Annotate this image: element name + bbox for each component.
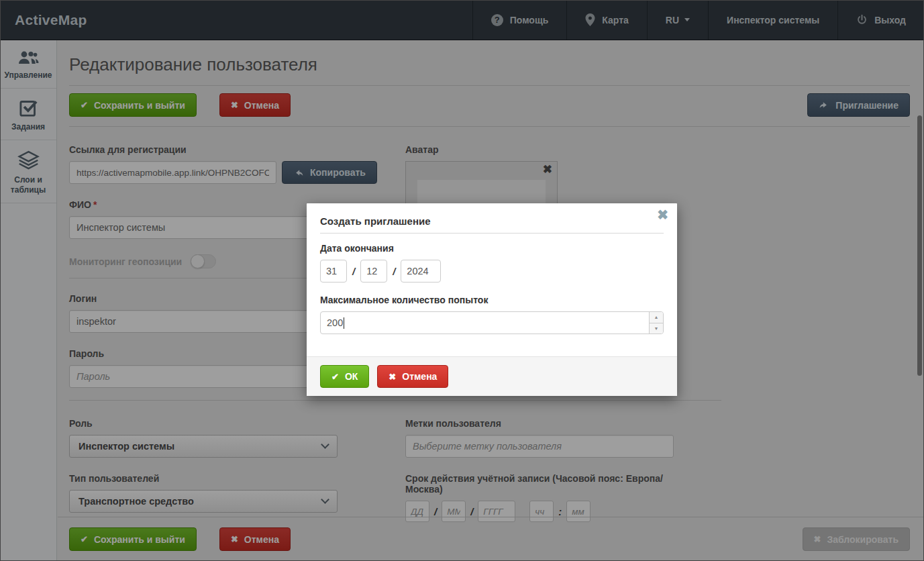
max-attempts-value: 200 (327, 317, 343, 328)
dialog-footer: ✔ ОК ✖ Отмена (307, 356, 677, 396)
text-caret (344, 317, 344, 329)
end-date-label: Дата окончания (320, 243, 664, 254)
date-separator: / (393, 266, 395, 277)
number-spinner: ▲ ▼ (649, 312, 663, 334)
cross-icon: ✖ (389, 372, 396, 381)
ok-button[interactable]: ✔ ОК (320, 365, 369, 388)
end-date-year-input[interactable] (401, 260, 441, 283)
max-attempts-label: Максимальное количество попыток (320, 295, 664, 305)
max-attempts-input[interactable]: 200 ▲ ▼ (320, 311, 664, 334)
date-separator: / (352, 266, 355, 277)
create-invitation-dialog: ✖ Создать приглашение Дата окончания / /… (307, 203, 677, 396)
ok-label: ОК (345, 371, 358, 382)
dialog-cancel-button[interactable]: ✖ Отмена (377, 365, 448, 388)
end-date-day-input[interactable] (320, 260, 347, 283)
dialog-cancel-label: Отмена (402, 371, 437, 382)
spinner-down-button[interactable]: ▼ (650, 323, 663, 334)
end-date-month-input[interactable] (360, 260, 387, 283)
close-icon[interactable]: ✖ (657, 208, 668, 221)
end-date-inputs: / / (320, 260, 664, 283)
check-icon: ✔ (331, 372, 339, 381)
spinner-up-button[interactable]: ▲ (650, 312, 663, 323)
dialog-title: Создать приглашение (320, 215, 664, 234)
